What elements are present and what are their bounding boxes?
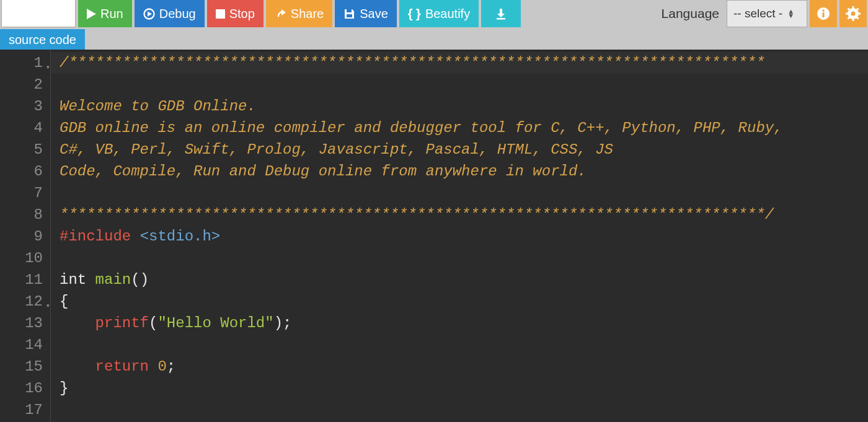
svg-rect-3 bbox=[216, 9, 225, 19]
beautify-button[interactable]: { } Beautify bbox=[399, 0, 479, 27]
svg-rect-18 bbox=[857, 13, 861, 15]
download-button[interactable] bbox=[481, 0, 521, 27]
language-label: Language bbox=[657, 0, 724, 27]
debug-icon bbox=[143, 8, 155, 20]
save-label: Save bbox=[360, 7, 388, 21]
code-text: C#, VB, Perl, Swift, Prolog, Javascript,… bbox=[60, 141, 613, 158]
code-text: { bbox=[60, 293, 68, 310]
line-number: 17 bbox=[0, 399, 43, 421]
code-text: <stdio.h> bbox=[140, 228, 221, 245]
code-text: int bbox=[60, 271, 86, 288]
svg-rect-7 bbox=[500, 9, 502, 14]
code-text: "Hello World" bbox=[157, 315, 273, 332]
line-number: 1 bbox=[0, 52, 43, 74]
line-number: 4 bbox=[0, 117, 43, 139]
line-number: 6 bbox=[0, 160, 43, 182]
svg-marker-4 bbox=[281, 9, 286, 15]
code-text: ****************************************… bbox=[60, 206, 774, 223]
code-text: ; bbox=[167, 358, 175, 375]
line-number: 15 bbox=[0, 356, 43, 377]
line-number: 9 bbox=[0, 226, 43, 247]
download-icon bbox=[495, 7, 507, 20]
svg-rect-15 bbox=[852, 6, 854, 9]
new-file-button[interactable] bbox=[1, 0, 76, 27]
stop-icon bbox=[216, 9, 225, 19]
code-text: #include bbox=[60, 228, 140, 245]
code-text: Code, Compile, Run and Debug online from… bbox=[60, 163, 587, 180]
save-button[interactable]: Save bbox=[335, 0, 397, 27]
share-button[interactable]: Share bbox=[266, 0, 332, 27]
tab-source-code[interactable]: source code bbox=[0, 29, 85, 50]
stop-label: Stop bbox=[229, 7, 255, 21]
info-icon bbox=[817, 7, 830, 20]
svg-marker-0 bbox=[87, 9, 96, 19]
line-number: 14 bbox=[0, 334, 43, 356]
code-text: Welcome to GDB Online. bbox=[60, 98, 256, 115]
language-select[interactable]: -- select - ▲▼ bbox=[727, 0, 807, 27]
code-text: printf bbox=[60, 315, 149, 332]
stop-button[interactable]: Stop bbox=[207, 0, 264, 27]
code-editor[interactable]: 1 2 3 4 5 6 7 8 9 10 11 12 13 14 15 16 1… bbox=[0, 50, 868, 422]
svg-rect-9 bbox=[497, 18, 505, 20]
svg-marker-2 bbox=[148, 11, 152, 16]
save-icon bbox=[343, 8, 355, 20]
code-text: ( bbox=[149, 315, 157, 332]
toolbar: Run Debug Stop Share Save { } Beautify L… bbox=[0, 0, 868, 27]
line-number: 11 bbox=[0, 269, 43, 291]
run-button[interactable]: Run bbox=[78, 0, 132, 27]
svg-marker-8 bbox=[497, 14, 505, 17]
line-number: 8 bbox=[0, 204, 43, 226]
svg-rect-5 bbox=[347, 9, 352, 12]
code-text: 0 bbox=[157, 358, 166, 375]
settings-button[interactable] bbox=[839, 0, 867, 27]
code-text: } bbox=[60, 380, 68, 397]
line-number: 2 bbox=[0, 74, 43, 95]
run-label: Run bbox=[100, 7, 123, 21]
active-line-highlight bbox=[51, 52, 868, 74]
share-label: Share bbox=[291, 7, 324, 21]
code-text: return bbox=[60, 358, 149, 375]
svg-rect-16 bbox=[852, 18, 854, 21]
code-area[interactable]: /***************************************… bbox=[51, 50, 868, 422]
gear-icon bbox=[846, 6, 861, 21]
line-gutter: 1 2 3 4 5 6 7 8 9 10 11 12 13 14 15 16 1… bbox=[0, 50, 51, 422]
beautify-icon: { } bbox=[408, 7, 421, 21]
code-text: () bbox=[131, 271, 149, 288]
line-number: 13 bbox=[0, 312, 43, 334]
debug-button[interactable]: Debug bbox=[135, 0, 205, 27]
svg-rect-17 bbox=[846, 13, 849, 15]
info-button[interactable] bbox=[810, 0, 837, 27]
language-selected: -- select - bbox=[733, 7, 782, 20]
line-number: 12 bbox=[0, 291, 43, 312]
code-text: GDB online is an online compiler and deb… bbox=[60, 120, 783, 136]
tab-bar: source code bbox=[0, 27, 868, 50]
line-number: 10 bbox=[0, 247, 43, 269]
play-icon bbox=[87, 9, 96, 19]
line-number: 5 bbox=[0, 139, 43, 160]
code-text bbox=[149, 358, 157, 375]
svg-rect-6 bbox=[347, 14, 352, 17]
beautify-label: Beautify bbox=[425, 7, 470, 21]
select-arrows-icon: ▲▼ bbox=[787, 9, 794, 18]
code-text: main bbox=[86, 271, 131, 288]
debug-label: Debug bbox=[159, 7, 196, 21]
share-icon bbox=[275, 8, 286, 20]
svg-point-14 bbox=[851, 12, 856, 16]
line-number: 16 bbox=[0, 377, 43, 399]
line-number: 7 bbox=[0, 182, 43, 204]
code-text: ); bbox=[274, 315, 292, 332]
toolbar-spacer bbox=[523, 0, 653, 27]
svg-point-11 bbox=[822, 9, 824, 11]
svg-rect-12 bbox=[823, 12, 825, 17]
line-number: 3 bbox=[0, 95, 43, 117]
